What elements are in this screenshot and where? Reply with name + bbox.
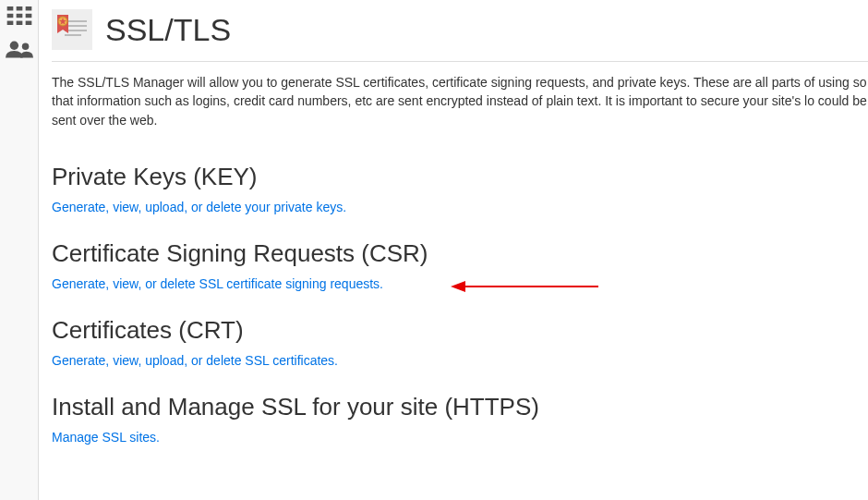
intro-text: The SSL/TLS Manager will allow you to ge… <box>52 73 868 129</box>
section-install-ssl: Install and Manage SSL for your site (HT… <box>52 393 868 445</box>
arrow-annotation-icon <box>451 277 598 296</box>
page-title: SSL/TLS <box>105 12 231 48</box>
svg-rect-2 <box>25 6 31 10</box>
users-icon[interactable] <box>6 39 33 59</box>
heading-install-ssl: Install and Manage SSL for your site (HT… <box>52 393 868 421</box>
link-private-keys[interactable]: Generate, view, upload, or delete your p… <box>52 200 346 214</box>
heading-csr: Certificate Signing Requests (CSR) <box>52 239 868 268</box>
svg-rect-0 <box>6 6 13 10</box>
svg-marker-18 <box>451 281 465 292</box>
svg-rect-6 <box>6 21 13 25</box>
svg-rect-1 <box>16 6 22 10</box>
svg-rect-4 <box>16 14 22 18</box>
sidebar <box>0 0 39 500</box>
section-private-keys: Private Keys (KEY) Generate, view, uploa… <box>52 163 868 215</box>
heading-private-keys: Private Keys (KEY) <box>52 163 868 191</box>
link-install-ssl[interactable]: Manage SSL sites. <box>52 430 160 445</box>
svg-rect-8 <box>25 21 31 25</box>
link-csr[interactable]: Generate, view, or delete SSL certificat… <box>52 276 383 291</box>
svg-rect-15 <box>65 34 81 36</box>
heading-crt: Certificates (CRT) <box>52 316 868 345</box>
svg-rect-5 <box>25 14 31 18</box>
main-content: SSL/TLS The SSL/TLS Manager will allow y… <box>39 0 868 500</box>
header-divider <box>52 61 868 62</box>
page-header: SSL/TLS <box>52 9 868 50</box>
link-crt[interactable]: Generate, view, upload, or delete SSL ce… <box>52 353 338 368</box>
svg-point-9 <box>9 42 18 50</box>
section-crt: Certificates (CRT) Generate, view, uploa… <box>52 316 868 369</box>
ssl-tls-icon <box>52 9 92 50</box>
apps-grid-icon[interactable] <box>6 6 33 26</box>
svg-rect-3 <box>6 14 13 18</box>
section-csr: Certificate Signing Requests (CSR) Gener… <box>52 239 868 292</box>
svg-rect-7 <box>16 21 22 25</box>
svg-point-10 <box>21 43 29 50</box>
